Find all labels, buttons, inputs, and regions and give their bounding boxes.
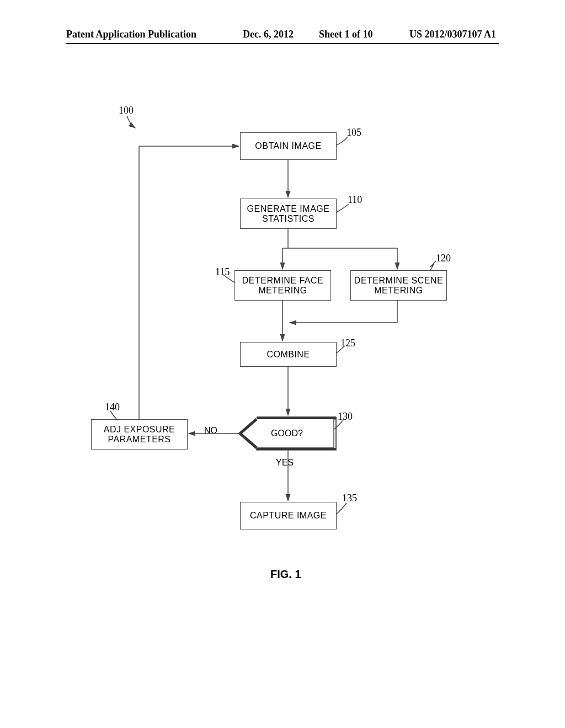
figure-label: FIG. 1 bbox=[270, 568, 301, 581]
flowchart: 100 105 110 115 120 125 140 130 135 OBTA… bbox=[66, 105, 499, 601]
header-title: Patent Application Publication bbox=[66, 29, 196, 40]
header-pubno: US 2012/0307107 A1 bbox=[409, 29, 496, 40]
header-date: Dec. 6, 2012 bbox=[243, 29, 294, 40]
connectors bbox=[66, 105, 499, 601]
header-sheet: Sheet 1 of 10 bbox=[319, 29, 373, 40]
header-rule bbox=[66, 43, 499, 44]
